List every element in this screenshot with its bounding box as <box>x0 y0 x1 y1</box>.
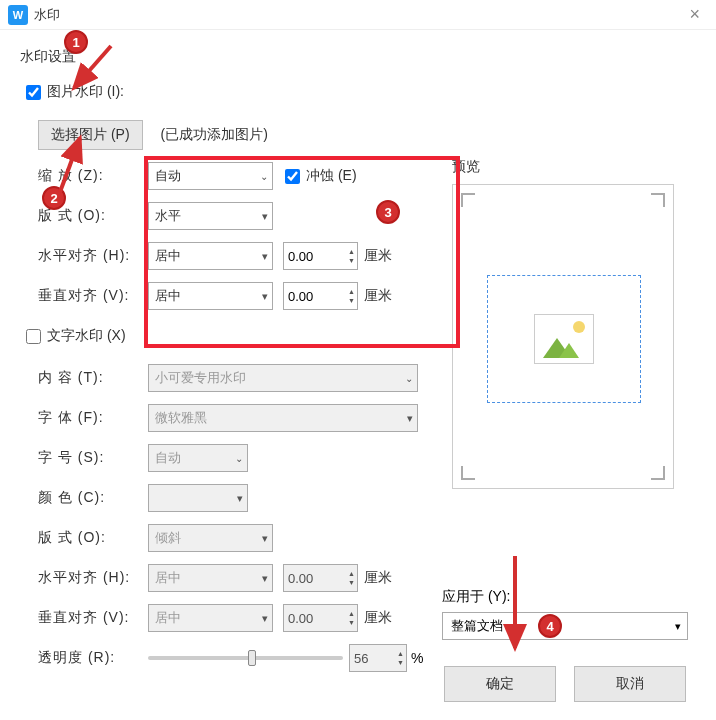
valign-value: 居中 <box>155 287 181 305</box>
corner-icon <box>461 466 475 480</box>
caret-down-icon: ▾ <box>262 290 268 303</box>
spin-up-icon[interactable]: ▲ <box>348 248 355 256</box>
halign-spinner[interactable]: ▲▼ <box>283 242 358 270</box>
cancel-button[interactable]: 取消 <box>574 666 686 702</box>
spin-up-icon[interactable]: ▲ <box>348 288 355 296</box>
erode-label: 冲蚀 (E) <box>306 167 357 185</box>
valign2-combo[interactable]: 居中▾ <box>148 604 273 632</box>
corner-icon <box>651 466 665 480</box>
corner-icon <box>651 193 665 207</box>
text-watermark-label: 文字水印 (X) <box>47 327 126 345</box>
spin-down-icon: ▼ <box>397 659 404 667</box>
spin-down-icon[interactable]: ▼ <box>348 257 355 265</box>
valign2-spinner[interactable]: ▲▼ <box>283 604 358 632</box>
size-value: 自动 <box>155 449 181 467</box>
chevron-down-icon: ⌄ <box>235 453 243 464</box>
valign2-label: 垂直对齐 (V): <box>38 609 148 627</box>
halign2-spinner[interactable]: ▲▼ <box>283 564 358 592</box>
opacity-spinner[interactable]: ▲▼ <box>349 644 407 672</box>
ok-button[interactable]: 确定 <box>444 666 556 702</box>
valign2-input <box>284 611 334 626</box>
apply-label: 应用于 (Y): <box>442 588 688 606</box>
caret-down-icon: ▾ <box>262 612 268 625</box>
caret-down-icon: ▾ <box>675 620 681 633</box>
content-combo[interactable]: 小可爱专用水印⌄ <box>148 364 418 392</box>
spin-down-icon[interactable]: ▼ <box>348 297 355 305</box>
image-added-hint: (已成功添加图片) <box>161 126 268 144</box>
halign-combo[interactable]: 居中▾ <box>148 242 273 270</box>
caret-down-icon: ▾ <box>262 572 268 585</box>
chevron-down-icon: ⌄ <box>260 171 268 182</box>
size-label: 字 号 (S): <box>38 449 148 467</box>
layout2-combo[interactable]: 倾斜▾ <box>148 524 273 552</box>
content-label: 内 容 (T): <box>38 369 148 387</box>
valign2-value: 居中 <box>155 609 181 627</box>
valign-spinner[interactable]: ▲▼ <box>283 282 358 310</box>
layout2-label: 版 式 (O): <box>38 529 148 547</box>
opacity-slider[interactable] <box>148 656 343 660</box>
size-combo[interactable]: 自动⌄ <box>148 444 248 472</box>
choose-image-button[interactable]: 选择图片 (P) <box>38 120 143 150</box>
halign2-value: 居中 <box>155 569 181 587</box>
preview-box <box>452 184 674 489</box>
text-watermark-checkbox[interactable] <box>26 329 41 344</box>
app-icon: W <box>8 5 28 25</box>
zoom-label: 缩 放 (Z): <box>38 167 148 185</box>
layout-combo[interactable]: 水平▾ <box>148 202 273 230</box>
percent-label: % <box>411 650 423 666</box>
opacity-label: 透明度 (R): <box>38 649 148 667</box>
unit-label: 厘米 <box>364 609 392 627</box>
valign-input[interactable] <box>284 289 334 304</box>
apply-combo[interactable]: 整篇文档▾ <box>442 612 688 640</box>
layout-label: 版 式 (O): <box>38 207 148 225</box>
halign2-input <box>284 571 334 586</box>
unit-label: 厘米 <box>364 247 392 265</box>
apply-value: 整篇文档 <box>451 617 503 635</box>
font-combo[interactable]: 微软雅黑▾ <box>148 404 418 432</box>
spin-up-icon: ▲ <box>348 570 355 578</box>
valign-label: 垂直对齐 (V): <box>38 287 148 305</box>
opacity-input <box>350 651 400 666</box>
halign-input[interactable] <box>284 249 334 264</box>
color-label: 颜 色 (C): <box>38 489 148 507</box>
slider-thumb[interactable] <box>248 650 256 666</box>
caret-down-icon: ▾ <box>262 250 268 263</box>
spin-down-icon: ▼ <box>348 579 355 587</box>
halign-label: 水平对齐 (H): <box>38 247 148 265</box>
spin-up-icon: ▲ <box>397 650 404 658</box>
section-title: 水印设置 <box>20 48 704 66</box>
image-watermark-checkbox[interactable] <box>26 85 41 100</box>
layout-value: 水平 <box>155 207 181 225</box>
font-label: 字 体 (F): <box>38 409 148 427</box>
halign2-label: 水平对齐 (H): <box>38 569 148 587</box>
preview-panel: 预览 <box>452 158 684 489</box>
preview-title: 预览 <box>452 158 684 176</box>
chevron-down-icon: ⌄ <box>405 373 413 384</box>
spin-down-icon: ▼ <box>348 619 355 627</box>
caret-down-icon: ▾ <box>237 492 243 505</box>
image-placeholder-icon <box>534 314 594 364</box>
unit-label: 厘米 <box>364 287 392 305</box>
halign-value: 居中 <box>155 247 181 265</box>
halign2-combo[interactable]: 居中▾ <box>148 564 273 592</box>
window-title: 水印 <box>34 6 60 24</box>
image-watermark-label: 图片水印 (I): <box>47 83 124 101</box>
preview-selection <box>487 275 641 403</box>
zoom-combo[interactable]: 自动⌄ <box>148 162 273 190</box>
unit-label: 厘米 <box>364 569 392 587</box>
caret-down-icon: ▾ <box>407 412 413 425</box>
layout2-value: 倾斜 <box>155 529 181 547</box>
content-value: 小可爱专用水印 <box>155 369 246 387</box>
color-combo[interactable]: ▾ <box>148 484 248 512</box>
caret-down-icon: ▾ <box>262 210 268 223</box>
valign-combo[interactable]: 居中▾ <box>148 282 273 310</box>
caret-down-icon: ▾ <box>262 532 268 545</box>
titlebar: W 水印 × <box>0 0 716 30</box>
zoom-value: 自动 <box>155 167 181 185</box>
corner-icon <box>461 193 475 207</box>
apply-section: 应用于 (Y): 整篇文档▾ <box>442 588 688 640</box>
erode-checkbox[interactable] <box>285 169 300 184</box>
font-value: 微软雅黑 <box>155 409 207 427</box>
spin-up-icon: ▲ <box>348 610 355 618</box>
close-icon[interactable]: × <box>681 4 708 25</box>
